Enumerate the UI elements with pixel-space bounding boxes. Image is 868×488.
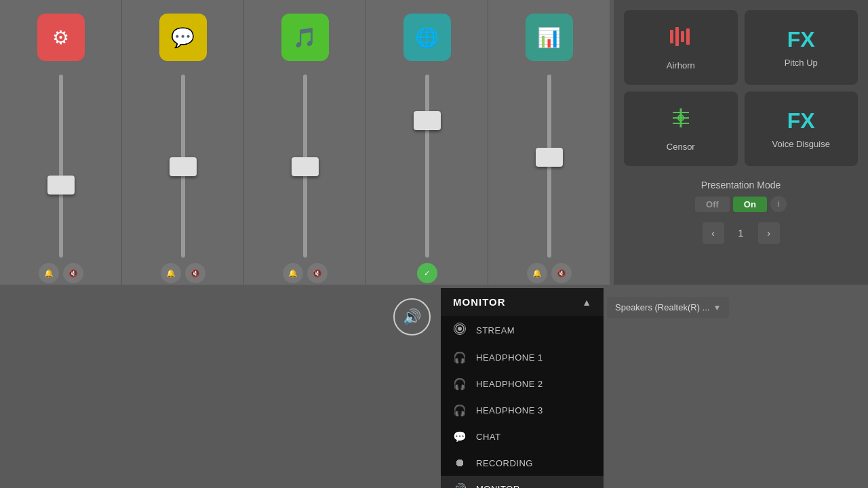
bars-icon: 📊 <box>537 26 561 49</box>
channel-5: 📊 🔔 🔇 <box>488 0 610 285</box>
monitor-item-headphone2[interactable]: 🎧 HEADPHONE 2 <box>441 371 604 397</box>
web-icon: 🌐 <box>415 26 439 49</box>
monitor-item-headphone1[interactable]: 🎧 HEADPHONE 1 <box>441 344 604 371</box>
recording-icon: ⏺ <box>453 457 467 469</box>
fader-handle[interactable] <box>47 176 75 195</box>
mixer-channels: ⚙ 🔔 🔇 💬 <box>0 0 610 285</box>
channel-5-controls: 🔔 🔇 <box>527 263 572 283</box>
censor-icon <box>667 106 694 136</box>
svg-rect-1 <box>675 27 679 46</box>
info-button[interactable]: i <box>770 196 787 212</box>
toggle-row: Off On i <box>624 196 858 212</box>
chat-label: CHAT <box>476 432 500 442</box>
channel-3-mute[interactable]: 🔇 <box>307 263 328 283</box>
monitor-item-chat[interactable]: 💬 CHAT <box>441 424 604 450</box>
monitor-item-monitor[interactable]: 🔊 MONITOR <box>441 476 604 488</box>
channel-5-solo[interactable]: 🔔 <box>527 263 547 283</box>
fx-voicedisguise[interactable]: FX Voice Disguise <box>745 92 859 166</box>
airhorn-icon <box>667 24 694 55</box>
svg-rect-2 <box>681 31 684 42</box>
channel-3-fader-wrap <box>248 75 362 258</box>
monitor-dropdown-header[interactable]: MONITOR ▲ <box>441 288 604 316</box>
solo-icon: 🔔 <box>44 269 54 278</box>
channel-5-button[interactable]: 📊 <box>526 14 573 61</box>
presentation-mode: Presentation Mode Off On i <box>624 180 858 212</box>
channel-5-fader[interactable] <box>529 75 570 258</box>
speaker-icon: 🔊 <box>403 308 421 326</box>
channel-4-active[interactable]: ✓ <box>417 263 437 283</box>
channel-2-mute[interactable]: 🔇 <box>185 263 205 283</box>
fader-track <box>425 75 429 258</box>
channel-4-button-wrap: 🌐 <box>403 7 451 68</box>
channel-4-controls: ✓ <box>417 263 437 283</box>
fader-handle[interactable] <box>414 111 441 130</box>
channel-5-mute[interactable]: 🔇 <box>551 263 572 283</box>
channel-1: ⚙ 🔔 🔇 <box>0 0 122 285</box>
voicedisguise-label: Voice Disguise <box>772 139 830 149</box>
headphone1-icon: 🎧 <box>453 351 467 364</box>
next-page-button[interactable]: › <box>758 222 780 244</box>
fx-pitchup[interactable]: FX Pitch Up <box>745 10 859 85</box>
fx-grid: Airhorn FX Pitch Up Censor FX Voice Di <box>624 10 858 166</box>
chat-icon: 💬 <box>453 430 467 443</box>
svg-point-9 <box>458 327 462 331</box>
channel-3-fader[interactable] <box>285 75 326 258</box>
stream-label: STREAM <box>476 325 515 336</box>
toggle-off-button[interactable]: Off <box>695 197 730 212</box>
channel-4: 🌐 ✓ <box>366 0 488 285</box>
channel-1-solo[interactable]: 🔔 <box>39 263 59 283</box>
monitor-speaker-button[interactable]: 🔊 <box>393 298 431 336</box>
airhorn-label: Airhorn <box>667 60 695 70</box>
fader-handle[interactable] <box>536 148 563 167</box>
solo-icon: 🔔 <box>288 269 298 278</box>
channel-2-controls: 🔔 🔇 <box>161 263 205 283</box>
page-number: 1 <box>731 228 751 239</box>
censor-label: Censor <box>667 142 695 152</box>
monitor-dropdown-title: MONITOR <box>453 296 506 308</box>
channel-2-fader[interactable] <box>163 75 203 258</box>
recording-label: RECORDING <box>476 458 533 468</box>
mute-icon: 🔇 <box>313 269 322 278</box>
channel-4-fader[interactable] <box>407 75 448 258</box>
fx-airhorn[interactable]: Airhorn <box>624 10 738 85</box>
voicedisguise-icon: FX <box>787 108 815 134</box>
fader-handle[interactable] <box>170 157 197 176</box>
prev-page-button[interactable]: ‹ <box>703 222 724 244</box>
monitor-item-stream[interactable]: STREAM <box>441 316 604 344</box>
monitor-item-recording[interactable]: ⏺ RECORDING <box>441 450 604 476</box>
solo-icon: 🔔 <box>532 269 542 278</box>
channel-1-controls: 🔔 🔇 <box>39 263 83 283</box>
pitchup-label: Pitch Up <box>785 58 818 68</box>
channel-1-fader[interactable] <box>41 75 81 258</box>
channel-2-fader-wrap <box>125 75 240 258</box>
monitor-icon: 🔊 <box>453 483 467 488</box>
toggle-on-button[interactable]: On <box>733 197 767 212</box>
fader-handle[interactable] <box>292 157 319 176</box>
channel-5-fader-wrap <box>492 75 606 258</box>
pagination: ‹ 1 › <box>624 222 858 244</box>
music-icon: 🎵 <box>293 26 317 49</box>
svg-rect-0 <box>670 30 673 43</box>
headphone1-label: HEADPHONE 1 <box>476 352 543 363</box>
chat-icon: 💬 <box>171 26 195 49</box>
fx-censor[interactable]: Censor <box>624 92 738 166</box>
speaker-select[interactable]: Speakers (Realtek(R) ... ▼ <box>607 297 729 318</box>
chevron-down-icon: ▼ <box>713 303 721 312</box>
channel-1-mute[interactable]: 🔇 <box>63 263 83 283</box>
mute-icon: 🔇 <box>191 269 200 278</box>
fader-track <box>59 75 63 258</box>
channel-4-button[interactable]: 🌐 <box>403 14 451 61</box>
headphone2-icon: 🎧 <box>453 378 467 390</box>
channel-3-button[interactable]: 🎵 <box>281 14 329 61</box>
monitor-item-headphone3[interactable]: 🎧 HEADPHONE 3 <box>441 397 604 424</box>
channel-2-solo[interactable]: 🔔 <box>161 263 181 283</box>
headphone3-icon: 🎧 <box>453 404 467 417</box>
channel-2-button[interactable]: 💬 <box>159 14 207 61</box>
monitor-dropdown: MONITOR ▲ STREAM 🎧 HEADPHONE 1 🎧 HEADPHO… <box>441 288 604 488</box>
channel-2: 💬 🔔 🔇 <box>122 0 244 285</box>
channel-1-button[interactable]: ⚙ <box>37 14 85 61</box>
headphone3-label: HEADPHONE 3 <box>476 405 543 415</box>
channel-3-solo[interactable]: 🔔 <box>283 263 303 283</box>
mute-icon: 🔇 <box>557 269 566 278</box>
channel-1-button-wrap: ⚙ <box>37 7 85 68</box>
